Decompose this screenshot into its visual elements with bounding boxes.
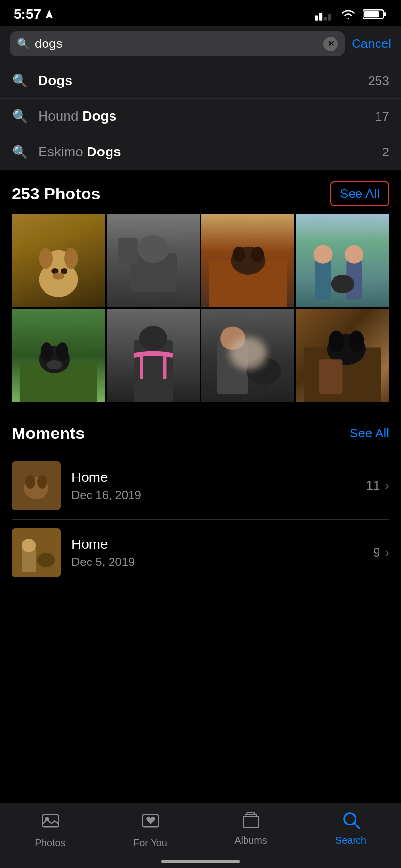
nav-item-search[interactable]: Search bbox=[301, 811, 401, 846]
moments-header: Moments See All bbox=[12, 424, 389, 443]
photo-cell[interactable] bbox=[296, 309, 389, 402]
svg-point-10 bbox=[64, 248, 78, 269]
moment-count-area: 11 › bbox=[366, 478, 389, 493]
moment-count: 9 bbox=[373, 545, 380, 560]
suggestion-item[interactable]: 🔍 Dogs 253 bbox=[0, 63, 401, 99]
search-nav-label: Search bbox=[335, 835, 366, 846]
photo-cell[interactable] bbox=[12, 214, 105, 307]
nav-item-albums[interactable]: Albums bbox=[200, 811, 301, 846]
svg-point-22 bbox=[314, 245, 333, 264]
search-icon: 🔍 bbox=[12, 73, 28, 88]
photo-cell[interactable] bbox=[201, 214, 295, 307]
svg-line-56 bbox=[354, 823, 359, 828]
signal-icon bbox=[315, 8, 334, 21]
dog-image bbox=[23, 238, 93, 307]
svg-rect-0 bbox=[315, 16, 318, 21]
photo-cell[interactable] bbox=[107, 309, 200, 402]
svg-point-48 bbox=[37, 553, 55, 567]
home-indicator bbox=[161, 860, 240, 863]
svg-rect-21 bbox=[315, 260, 331, 299]
for-you-nav-label: For You bbox=[134, 837, 167, 848]
bottom-nav: Photos For You Albums Search bbox=[0, 803, 401, 868]
search-bar-container: 🔍 dogs Cancel bbox=[0, 26, 401, 63]
svg-point-28 bbox=[41, 342, 53, 361]
moment-count-area: 9 › bbox=[373, 545, 389, 560]
photos-nav-icon bbox=[41, 811, 60, 833]
nav-item-photos[interactable]: Photos bbox=[0, 811, 100, 848]
svg-point-47 bbox=[22, 539, 36, 552]
svg-point-43 bbox=[25, 475, 35, 489]
svg-point-12 bbox=[61, 268, 67, 274]
moment-info: Home Dec 16, 2019 bbox=[71, 470, 366, 502]
photos-section: 253 Photos See All bbox=[0, 170, 401, 409]
photo-cell[interactable] bbox=[107, 214, 200, 307]
svg-rect-6 bbox=[364, 11, 379, 18]
svg-rect-5 bbox=[384, 12, 386, 16]
dog-image bbox=[296, 309, 389, 402]
suggestion-count: 17 bbox=[375, 109, 389, 124]
cancel-button[interactable]: Cancel bbox=[352, 36, 391, 51]
moment-thumbnail bbox=[12, 461, 61, 510]
photo-cell[interactable] bbox=[12, 309, 105, 402]
moments-title: Moments bbox=[12, 424, 85, 443]
svg-rect-54 bbox=[247, 813, 254, 815]
clear-search-button[interactable] bbox=[323, 37, 338, 51]
svg-rect-40 bbox=[319, 359, 343, 394]
search-icon: 🔍 bbox=[12, 109, 28, 124]
suggestion-main: Dogs bbox=[38, 73, 72, 88]
moment-count: 11 bbox=[366, 478, 380, 493]
navigation-icon bbox=[44, 9, 55, 20]
svg-point-32 bbox=[139, 326, 167, 351]
suggestion-text: Hound Dogs bbox=[38, 108, 375, 124]
suggestion-item[interactable]: 🔍 Hound Dogs 17 bbox=[0, 99, 401, 134]
photos-nav-label: Photos bbox=[35, 837, 65, 848]
svg-point-9 bbox=[39, 248, 53, 269]
suggestion-main: Dogs bbox=[87, 144, 121, 159]
moment-info: Home Dec 5, 2019 bbox=[71, 537, 373, 569]
svg-point-38 bbox=[329, 330, 344, 352]
moment-item[interactable]: Home Dec 5, 2019 9 › bbox=[12, 520, 389, 586]
suggestion-text: Dogs bbox=[38, 73, 368, 88]
suggestion-count: 253 bbox=[368, 73, 389, 88]
suggestions-list: 🔍 Dogs 253 🔍 Hound Dogs 17 🔍 Eskimo Dogs… bbox=[0, 63, 401, 170]
moment-image bbox=[12, 461, 61, 510]
svg-rect-52 bbox=[243, 816, 258, 827]
see-all-photos-button[interactable]: See All bbox=[330, 181, 389, 206]
moment-date: Dec 16, 2019 bbox=[71, 488, 366, 502]
moment-image bbox=[12, 528, 61, 577]
moment-item[interactable]: Home Dec 16, 2019 11 › bbox=[12, 453, 389, 520]
moment-location: Home bbox=[71, 470, 366, 485]
search-nav-icon bbox=[341, 811, 361, 831]
status-bar: 5:57 bbox=[0, 0, 401, 26]
dog-image bbox=[107, 214, 200, 307]
moments-section: Moments See All Home Dec 16, 2019 11 › bbox=[0, 409, 401, 586]
blur-overlay bbox=[229, 337, 267, 369]
for-you-icon bbox=[141, 811, 160, 829]
suggestion-text: Eskimo Dogs bbox=[38, 144, 382, 160]
search-input[interactable]: dogs bbox=[35, 36, 318, 51]
svg-point-39 bbox=[349, 330, 364, 352]
main-content: 5:57 bbox=[0, 0, 401, 674]
battery-icon bbox=[363, 7, 387, 21]
albums-icon bbox=[241, 811, 261, 829]
photo-cell[interactable] bbox=[201, 309, 295, 402]
photo-cell[interactable] bbox=[296, 214, 389, 307]
moment-thumbnail bbox=[12, 528, 61, 577]
photos-icon bbox=[41, 811, 60, 829]
svg-point-29 bbox=[56, 342, 68, 361]
svg-point-24 bbox=[345, 245, 363, 264]
svg-rect-1 bbox=[319, 13, 322, 20]
dog-image bbox=[12, 309, 105, 402]
svg-point-30 bbox=[47, 360, 63, 369]
svg-point-44 bbox=[37, 475, 47, 489]
suggestion-item[interactable]: 🔍 Eskimo Dogs 2 bbox=[0, 134, 401, 170]
chevron-right-icon: › bbox=[385, 545, 389, 560]
albums-nav-label: Albums bbox=[234, 835, 267, 846]
moments-see-all-button[interactable]: See All bbox=[350, 426, 389, 441]
photo-grid bbox=[12, 214, 389, 402]
nav-item-for-you[interactable]: For You bbox=[100, 811, 200, 848]
dog-image bbox=[296, 214, 389, 307]
svg-rect-2 bbox=[324, 17, 327, 21]
search-icon: 🔍 bbox=[17, 38, 30, 50]
search-input-wrapper[interactable]: 🔍 dogs bbox=[10, 31, 345, 56]
